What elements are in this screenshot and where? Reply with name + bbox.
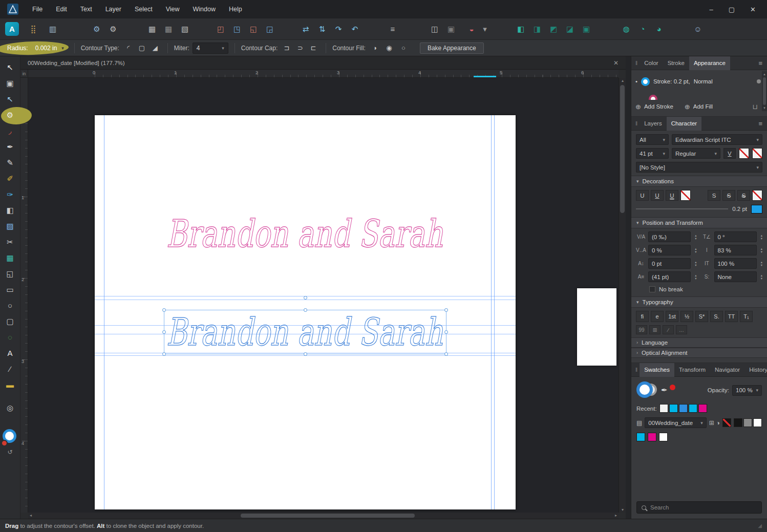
insert-inside-icon[interactable]: ◱ (247, 23, 260, 36)
font-variant-button[interactable]: V (723, 148, 736, 159)
field-input[interactable]: 0 % (648, 245, 691, 256)
selection-handle[interactable] (162, 308, 166, 312)
guide[interactable] (95, 300, 516, 300)
node-tool[interactable]: ↖ (0, 91, 20, 107)
decoration-width-value[interactable]: 0.2 pt (732, 206, 747, 212)
radius-input[interactable]: 0.002 in ▾ (31, 42, 68, 54)
field-input[interactable]: (41 pt) (648, 271, 691, 282)
vertical-scrollbar-thumb[interactable] (620, 85, 625, 213)
font-size-select[interactable]: 41 pt ▾ (636, 148, 669, 159)
ruler-tool[interactable]: ▬ (0, 377, 20, 393)
tab-transform[interactable]: Transform (674, 363, 710, 377)
field-input[interactable]: None (714, 271, 757, 282)
typography-button[interactable]: ½ (680, 311, 693, 322)
appearance-stroke-item[interactable]: • Stroke: 0.2 pt, Normal (635, 73, 761, 90)
typography-section-header[interactable]: ▾ Typography (631, 296, 767, 308)
field-input[interactable]: (0 ‰) (648, 231, 691, 242)
selection-handle[interactable] (304, 352, 307, 356)
zoom-tool[interactable]: ◎ (0, 400, 20, 416)
menu-select[interactable]: Select (128, 0, 159, 18)
boolean-add-icon[interactable]: ◧ (515, 23, 527, 36)
stepper[interactable]: ▴▾ (695, 261, 696, 266)
guide[interactable] (494, 115, 495, 509)
artboard-tool[interactable]: ▣ (0, 75, 20, 91)
account-icon[interactable]: ☺ (692, 23, 704, 36)
panel-menu-icon[interactable]: ≡ (758, 59, 765, 67)
boolean-xor-icon[interactable]: ◪ (564, 23, 576, 36)
geometry-fill-icon[interactable]: ◕ (653, 23, 665, 36)
move-tool[interactable]: ↖ (0, 59, 20, 75)
snapping-grid-icon-1[interactable]: ▦ (146, 23, 158, 36)
cap-square-icon[interactable]: ⊏ (307, 42, 319, 54)
rectangle-tool[interactable]: ▭ (0, 282, 20, 297)
selection-handle[interactable] (444, 352, 448, 356)
typography-button[interactable]: e (651, 311, 664, 322)
strikethrough-double-button[interactable]: S (737, 190, 750, 201)
horizontal-scrollbar-thumb[interactable] (241, 514, 415, 518)
document-setup-gear-icon[interactable]: ⚙ (91, 23, 103, 36)
decoration-width-slider[interactable] (636, 208, 728, 209)
scroll-up-icon[interactable]: ▴ (619, 78, 626, 83)
snapping-magnet-icon[interactable]: ◒ (465, 23, 478, 36)
cap-butt-icon[interactable]: ⊐ (281, 42, 293, 54)
export-persona-icon[interactable]: ▥ (47, 23, 59, 36)
rotation-handle[interactable] (304, 296, 307, 300)
typography-button[interactable]: 99 (636, 325, 647, 334)
field-input[interactable]: 0 ° (714, 231, 757, 242)
add-fill-button[interactable]: Add Fill (693, 103, 713, 110)
guide[interactable] (104, 115, 104, 509)
underline-double-button[interactable]: U (666, 190, 678, 201)
vertical-scrollbar[interactable]: ▴ ▾ (619, 78, 626, 513)
eyedropper-icon[interactable]: ✒ (661, 386, 668, 395)
preferences-gear-icon[interactable]: ⚙ (107, 23, 119, 36)
insert-behind-icon[interactable]: ◰ (215, 23, 227, 36)
stepper[interactable]: ▴▾ (761, 234, 762, 240)
corner-tool[interactable]: ◞ (0, 123, 20, 139)
typography-button[interactable]: 1st (666, 311, 678, 322)
picked-color-dot[interactable] (670, 385, 675, 390)
tab-color[interactable]: Color (640, 56, 663, 70)
none-swatch[interactable] (722, 418, 731, 427)
stepper[interactable]: ▴▾ (695, 234, 696, 240)
recent-swatch[interactable] (659, 404, 668, 413)
no-break-checkbox[interactable] (649, 286, 655, 292)
typography-button[interactable]: TT (725, 311, 738, 322)
typography-button[interactable]: S* (695, 311, 708, 322)
cap-round-icon[interactable]: ⊃ (294, 42, 306, 54)
stepper[interactable]: ▴▾ (761, 261, 762, 266)
add-swatch-icon[interactable]: ⊞ (709, 419, 714, 427)
scroll-down-icon[interactable]: ▾ (763, 106, 765, 110)
snapping-axis-icon[interactable]: ▧ (179, 23, 191, 36)
wedding-names-text-pink[interactable]: Brandon and Sarah (160, 205, 450, 264)
decoration-color-swatch[interactable] (751, 205, 762, 214)
palette-swatch[interactable] (743, 418, 752, 427)
insert-on-top-icon[interactable]: ◳ (231, 23, 243, 36)
flip-horizontal-icon[interactable]: ⇄ (300, 23, 312, 36)
trash-icon[interactable]: ⊔ (753, 103, 758, 111)
panel-menu-icon[interactable]: ≡ (758, 120, 765, 127)
vertical-ruler[interactable]: 01234 (20, 78, 28, 513)
scroll-down-icon[interactable]: ▾ (619, 507, 626, 512)
stepper[interactable]: ▴▾ (761, 274, 762, 280)
fill-open-icon[interactable]: ○ (397, 42, 410, 54)
fill-auto-icon[interactable]: ◑ (369, 42, 381, 54)
contour-type-square-icon[interactable]: ▢ (136, 42, 148, 54)
bake-appearance-button[interactable]: Bake Appearance (420, 42, 484, 54)
panel-drag-handle[interactable]: ‖ (633, 121, 640, 126)
guide[interactable] (491, 115, 492, 509)
typography-button[interactable]: fi (636, 311, 649, 322)
panel-splitter[interactable] (626, 56, 631, 519)
strikethrough-single-button[interactable]: S (722, 190, 735, 201)
menu-file[interactable]: File (26, 0, 49, 18)
underline-color-swatch[interactable] (680, 190, 691, 201)
stroke-swatch-icon[interactable] (641, 77, 650, 86)
font-family-select[interactable]: Edwardian Script ITC ▾ (672, 134, 762, 145)
field-input[interactable]: 83 % (714, 245, 757, 256)
decorations-section-header[interactable]: ▾ Decorations (631, 176, 767, 187)
optical-alignment-section-header[interactable]: › Optical Alignment (631, 348, 767, 358)
scroll-up-icon[interactable]: ▴ (763, 72, 765, 76)
visibility-dot-icon[interactable] (757, 79, 761, 83)
field-input[interactable]: 100 % (714, 258, 757, 269)
stepper[interactable]: ▴▾ (761, 247, 762, 253)
rotate-ccw-icon[interactable]: ↶ (349, 23, 361, 36)
